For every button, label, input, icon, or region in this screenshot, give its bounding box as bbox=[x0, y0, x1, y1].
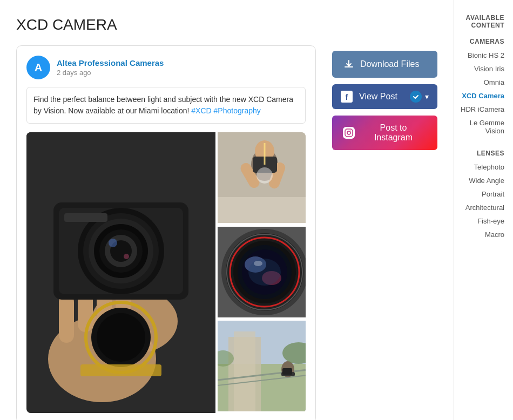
sidebar-item-le-gemme-vision[interactable]: Le Gemme Vision bbox=[454, 116, 513, 138]
chevron-down-icon[interactable]: ▾ bbox=[425, 92, 429, 101]
post-author-info: Altea Professional Cameras 2 days ago bbox=[57, 58, 164, 77]
post-author-name: Altea Professional Cameras bbox=[57, 58, 164, 67]
post-text: Find the perfect balance between light a… bbox=[26, 87, 306, 124]
view-post-label: View Post bbox=[359, 92, 397, 101]
post-card: A Altea Professional Cameras 2 days ago … bbox=[16, 45, 316, 420]
svg-point-41 bbox=[248, 259, 281, 286]
sidebar: AVAILABLE CONTENT CAMERAS Bionic HS 2 Vi… bbox=[454, 0, 513, 420]
sidebar-item-vision-iris[interactable]: Vision Iris bbox=[454, 62, 513, 76]
svg-point-17 bbox=[124, 254, 129, 259]
available-content-label: AVAILABLE CONTENT bbox=[454, 9, 513, 32]
post-hashtags: #XCD #Photography bbox=[191, 106, 260, 115]
download-icon bbox=[343, 58, 355, 70]
post-to-instagram-label: Post to Instagram bbox=[360, 123, 427, 143]
svg-rect-22 bbox=[80, 364, 161, 376]
sidebar-item-xcd-camera[interactable]: XCD Camera bbox=[454, 89, 513, 103]
cameras-section-title: CAMERAS bbox=[454, 32, 513, 49]
sidebar-item-wide-angle[interactable]: Wide Angle bbox=[454, 174, 513, 187]
svg-point-58 bbox=[350, 131, 352, 132]
top-right-image bbox=[218, 132, 306, 225]
sidebar-item-portrait[interactable]: Portrait bbox=[454, 187, 513, 201]
svg-rect-48 bbox=[234, 331, 255, 411]
svg-rect-53 bbox=[282, 368, 292, 375]
sidebar-item-telephoto[interactable]: Telephoto bbox=[454, 160, 513, 174]
download-files-label: Download Files bbox=[360, 59, 419, 69]
svg-rect-3 bbox=[59, 294, 74, 343]
action-buttons: Download Files f View Post ▾ bbox=[332, 45, 437, 150]
sidebar-item-architectural[interactable]: Architectural bbox=[454, 201, 513, 214]
svg-rect-56 bbox=[345, 129, 353, 137]
sidebar-item-bionic-hs2[interactable]: Bionic HS 2 bbox=[454, 49, 513, 62]
mid-right-image bbox=[218, 227, 306, 319]
post-time: 2 days ago bbox=[57, 69, 164, 77]
sidebar-item-fish-eye[interactable]: Fish-eye bbox=[454, 214, 513, 228]
post-to-instagram-button[interactable]: Post to Instagram bbox=[332, 116, 437, 150]
page-title: XCD CAMERA bbox=[16, 16, 437, 33]
lenses-section-title: LENSES bbox=[454, 144, 513, 160]
download-files-button[interactable]: Download Files bbox=[332, 51, 437, 78]
sidebar-item-macro[interactable]: Macro bbox=[454, 228, 513, 241]
svg-point-29 bbox=[256, 167, 273, 184]
content-row: A Altea Professional Cameras 2 days ago … bbox=[16, 45, 437, 420]
instagram-icon bbox=[343, 127, 355, 139]
check-icon bbox=[410, 91, 422, 103]
image-grid bbox=[26, 132, 306, 413]
view-post-button[interactable]: f View Post ▾ bbox=[332, 84, 437, 109]
sidebar-item-omnia[interactable]: Omnia bbox=[454, 76, 513, 89]
sidebar-spacer bbox=[454, 138, 513, 144]
view-post-actions: ▾ bbox=[410, 91, 429, 103]
svg-point-42 bbox=[254, 261, 262, 266]
svg-point-21 bbox=[97, 313, 145, 362]
svg-rect-31 bbox=[218, 197, 306, 223]
facebook-icon: f bbox=[341, 91, 353, 103]
sidebar-item-hdr-icamera[interactable]: HDR iCamera bbox=[454, 103, 513, 116]
main-content: XCD CAMERA A Altea Professional Cameras … bbox=[0, 0, 454, 420]
svg-rect-18 bbox=[64, 213, 107, 222]
app-layout: XCD CAMERA A Altea Professional Cameras … bbox=[0, 0, 513, 420]
main-camera-image bbox=[26, 132, 215, 413]
avatar: A bbox=[26, 56, 50, 79]
post-header: A Altea Professional Cameras 2 days ago bbox=[26, 56, 306, 79]
svg-point-16 bbox=[109, 239, 117, 247]
bot-right-image bbox=[218, 321, 306, 413]
